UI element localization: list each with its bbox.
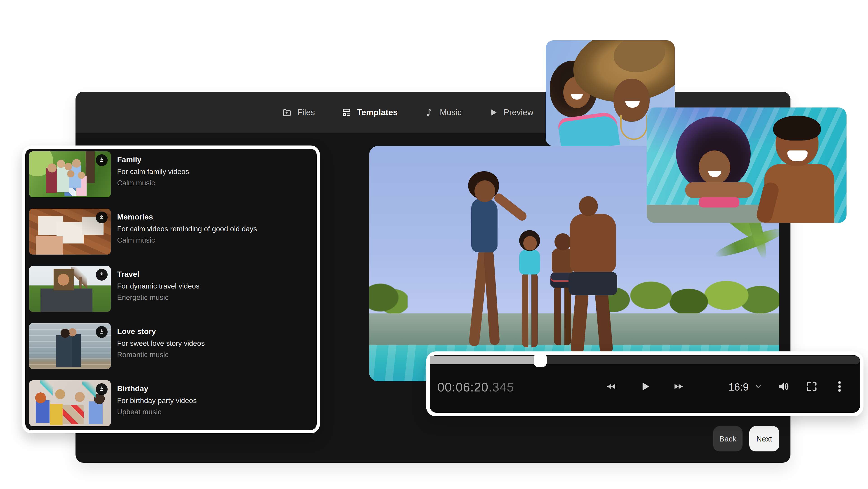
tab-templates-label: Templates — [357, 108, 398, 117]
folder-add-icon — [282, 108, 292, 117]
tab-bar: Files Templates — [282, 92, 533, 133]
preview-father — [579, 196, 598, 216]
back-button-label: Back — [719, 434, 737, 443]
template-thumbnail-family — [29, 151, 111, 197]
templates-list: Family For calm family videos Calm music… — [25, 149, 317, 430]
transport-controls — [604, 380, 685, 394]
template-thumbnail-birthday — [29, 380, 111, 426]
timestamp-main: 00:06:20 — [437, 380, 489, 394]
rewind-icon — [604, 381, 618, 393]
tab-templates[interactable]: Templates — [342, 108, 398, 117]
template-description: For calm family videos — [117, 167, 189, 176]
next-button[interactable]: Next — [749, 426, 779, 452]
music-note-icon — [424, 108, 434, 117]
template-item-love-story[interactable]: Love story For sweet love story videos R… — [29, 323, 317, 369]
tab-music[interactable]: Music — [424, 108, 462, 117]
tab-music-label: Music — [440, 108, 462, 117]
preview-mother — [471, 198, 498, 252]
tab-preview[interactable]: Preview — [488, 108, 533, 117]
template-title: Love story — [117, 327, 205, 336]
chevron-down-icon — [754, 383, 762, 391]
playback-bar: 00:06:20.345 — [426, 351, 864, 416]
playback-bar-inner: 00:06:20.345 — [430, 355, 860, 413]
template-item-family[interactable]: Family For calm family videos Calm music — [29, 151, 317, 197]
volume-icon — [777, 379, 791, 395]
template-music-label: Calm music — [117, 178, 189, 187]
template-description: For dynamic travel videos — [117, 282, 199, 290]
template-description: For sweet love story videos — [117, 339, 205, 348]
collage-photo-kids-pool — [647, 108, 846, 223]
photo-girl-swimsuit — [699, 197, 739, 207]
timestamp-milliseconds: .345 — [489, 380, 514, 394]
preview-daughter — [523, 236, 537, 251]
template-item-birthday[interactable]: Birthday For birthday party videos Upbea… — [29, 380, 317, 426]
template-item-memories[interactable]: Memories For calm videos reminding of go… — [29, 209, 317, 255]
aspect-ratio-value: 16:9 — [728, 381, 749, 393]
preview-bush-left — [369, 277, 408, 318]
player-controls: 00:06:20.345 — [430, 364, 860, 413]
templates-panel: Family For calm family videos Calm music… — [22, 145, 320, 433]
template-description: For calm videos reminding of good old da… — [117, 225, 257, 233]
download-button[interactable] — [96, 269, 107, 281]
download-icon — [99, 386, 105, 393]
template-text: Birthday For birthday party videos Upbea… — [117, 380, 197, 426]
play-icon — [639, 380, 651, 394]
template-title: Memories — [117, 212, 257, 221]
template-music-label: Romantic music — [117, 350, 205, 359]
template-music-label: Energetic music — [117, 293, 199, 301]
fullscreen-icon — [805, 380, 818, 394]
preview-son — [554, 286, 571, 345]
play-button[interactable] — [639, 380, 651, 394]
template-music-label: Upbeat music — [117, 407, 197, 416]
template-item-travel[interactable]: Travel For dynamic travel videos Energet… — [29, 266, 317, 312]
seek-bar[interactable] — [430, 356, 860, 364]
page: Files Templates — [0, 0, 868, 489]
timestamp: 00:06:20.345 — [437, 380, 514, 395]
fast-forward-icon — [672, 381, 685, 393]
fast-forward-button[interactable] — [672, 381, 685, 393]
kebab-menu-icon — [833, 380, 846, 394]
photo-boy — [773, 116, 821, 141]
download-button[interactable] — [96, 383, 107, 395]
seek-played — [430, 356, 540, 364]
download-icon — [99, 271, 105, 278]
template-thumbnail-memories — [29, 209, 111, 255]
download-button[interactable] — [96, 326, 107, 338]
more-options-button[interactable] — [833, 380, 846, 394]
tab-files-label: Files — [297, 108, 315, 117]
template-text: Travel For dynamic travel videos Energet… — [117, 266, 199, 312]
seek-track[interactable] — [430, 356, 860, 364]
preview-bushes-right — [591, 276, 779, 319]
template-title: Travel — [117, 269, 199, 279]
rewind-button[interactable] — [604, 381, 618, 393]
templates-icon — [342, 108, 351, 117]
volume-button[interactable] — [777, 379, 791, 395]
download-button[interactable] — [96, 154, 107, 166]
template-text: Family For calm family videos Calm music — [117, 151, 189, 197]
template-text: Memories For calm videos reminding of go… — [117, 209, 257, 255]
back-button[interactable]: Back — [713, 426, 743, 452]
fullscreen-button[interactable] — [805, 380, 818, 394]
template-title: Family — [117, 155, 189, 164]
template-description: For birthday party videos — [117, 396, 197, 405]
play-icon — [488, 108, 498, 117]
player-right-controls: 16:9 — [728, 379, 846, 395]
photo-girl — [699, 150, 730, 184]
preview-daughter — [522, 273, 538, 347]
download-button[interactable] — [96, 211, 107, 223]
preview-father — [568, 272, 617, 295]
template-music-label: Calm music — [117, 236, 257, 244]
preview-daughter — [519, 250, 540, 275]
tab-preview-label: Preview — [504, 108, 533, 117]
tab-files[interactable]: Files — [282, 108, 315, 117]
preview-mother — [474, 180, 495, 202]
photo-girl-arms — [685, 182, 753, 198]
template-thumbnail-love-story — [29, 323, 111, 369]
template-text: Love story For sweet love story videos R… — [117, 323, 205, 369]
aspect-ratio-dropdown[interactable]: 16:9 — [728, 381, 762, 393]
download-icon — [99, 157, 105, 164]
template-thumbnail-travel — [29, 266, 111, 312]
preview-son — [555, 233, 571, 251]
preview-father — [570, 214, 616, 273]
download-icon — [99, 214, 105, 221]
